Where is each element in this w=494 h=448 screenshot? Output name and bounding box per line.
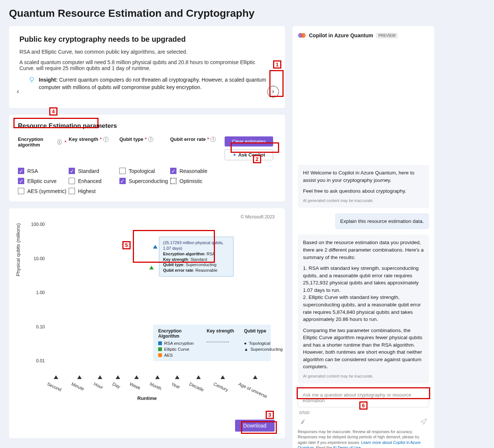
chart-tooltip: (25.17293 million physical qubits, 1.07 …	[159, 237, 234, 277]
checkbox-highest[interactable]: Highest	[69, 188, 117, 194]
hero-title: Public key cryptography needs to be upgr…	[19, 35, 275, 44]
hero-line2: A scaled quantum computer will need 5.8 …	[19, 59, 275, 71]
chart-plot[interactable]: Physical qubits (millions) 100.00 10.00 …	[19, 222, 275, 378]
param-head-strength: Key strength*i	[69, 136, 117, 142]
terms-link[interactable]: AI Terms of Use	[333, 445, 361, 448]
char-count: 0/500	[299, 410, 310, 415]
params-card: Resource Estimation parameters Encryptio…	[9, 115, 285, 202]
assistant-message: Based on the resource estimation data yo…	[298, 234, 429, 384]
data-point-elliptic[interactable]	[149, 266, 154, 269]
checkbox-enhanced[interactable]: Enhanced	[69, 178, 117, 184]
ask-copilot-button[interactable]: ✦Ask Copilot	[225, 149, 273, 160]
chat-input[interactable]: Ask me a question about cryptography or …	[298, 388, 429, 407]
info-icon[interactable]: i	[103, 137, 109, 142]
param-head-qubit: Qubit type*i	[119, 136, 168, 142]
copilot-title: Copilot in Azure Quantum	[309, 32, 373, 38]
y-ticks: 100.00 10.00 1.00 0.10 0.01	[26, 222, 45, 363]
y-axis-label: Physical qubits (millions)	[15, 223, 21, 276]
page-title: Quantum Resource Estimation and Cryptogr…	[9, 7, 485, 19]
copyright-label: © Microsoft 2023	[19, 214, 275, 220]
param-head-error: Qubit error rate*i	[170, 136, 222, 142]
checkbox-aes[interactable]: AES (symmetric)	[18, 188, 66, 194]
checkbox-topological[interactable]: Topological	[119, 168, 168, 174]
hero-card: Public key cryptography needs to be upgr…	[9, 26, 285, 108]
checkbox-reasonable[interactable]: ✓Reasonable	[170, 168, 222, 174]
user-message: Explain this resource estimation data.	[335, 213, 429, 230]
checkbox-elliptic[interactable]: ✓Elliptic curve	[18, 178, 66, 184]
broom-icon[interactable]	[299, 418, 306, 425]
checkbox-rsa[interactable]: ✓RSA	[18, 168, 66, 174]
copilot-panel: Copilot in Azure Quantum PREVIEW Hi! Wel…	[293, 26, 434, 448]
sparkle-icon: ✦	[232, 152, 237, 158]
x-ticks: Second Minute Hour Day Week Month Year D…	[49, 375, 271, 387]
chart-legend: Encryption Algorithm Key strength Qubit …	[153, 325, 271, 361]
assistant-message: Hi! Welcome to Copilot in Azure Quantum,…	[298, 165, 429, 208]
send-icon[interactable]	[420, 418, 428, 425]
prev-arrow-button[interactable]	[12, 86, 24, 98]
checkbox-standard[interactable]: ✓Standard	[69, 168, 117, 174]
checkbox-optimistic[interactable]: Optimistic	[170, 178, 222, 184]
info-icon[interactable]: i	[148, 137, 153, 142]
info-icon[interactable]: i	[210, 137, 216, 142]
checkbox-superconducting[interactable]: ✓Superconducting	[119, 178, 168, 184]
footer-disclaimer: Responses may be inaccurate. Review all …	[298, 429, 429, 448]
hero-line1: RSA and Elliptic Curve, two common publi…	[19, 49, 275, 55]
clear-estimates-button[interactable]: Clear estimates	[225, 136, 273, 146]
svg-point-1	[301, 33, 306, 38]
preview-badge: PREVIEW	[376, 33, 398, 38]
params-title: Resource Estimation parameters	[18, 122, 276, 130]
chart-card: © Microsoft 2023 Physical qubits (millio…	[9, 208, 285, 438]
next-arrow-button[interactable]	[267, 86, 279, 98]
copilot-logo-icon	[298, 31, 306, 40]
param-head-algo: Encryption algorithmi*	[18, 136, 66, 148]
info-icon[interactable]: i	[57, 139, 62, 145]
insight-text: Insight: Current quantum computers do no…	[39, 76, 275, 91]
download-button[interactable]: Download	[235, 420, 275, 432]
lightbulb-icon	[28, 76, 35, 83]
x-axis-label: Runtime	[19, 395, 275, 401]
data-point-rsa[interactable]	[153, 245, 157, 249]
